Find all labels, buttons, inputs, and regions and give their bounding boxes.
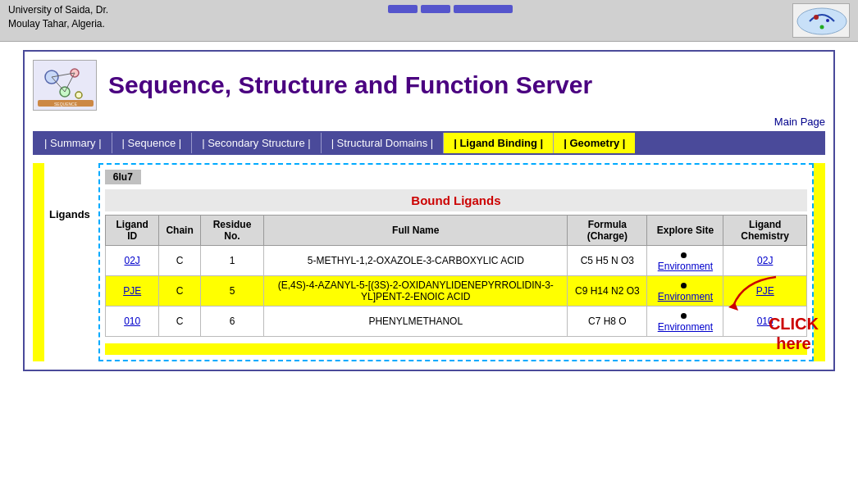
ligands-table: Ligand ID Chain Residue No. Full Name Fo… [105, 215, 807, 337]
svg-point-0 [797, 8, 847, 34]
col-header-explore: Explore Site [647, 216, 723, 246]
nav-tab-structural-domains[interactable]: | Structural Domains | [322, 133, 445, 153]
nav-tab-summary[interactable]: | Summary | [34, 133, 112, 153]
table-row: 02J C 1 5-METHYL-1,2-OXAZOLE-3-CARBOXYLI… [105, 246, 806, 276]
cell-fullname-010: PHENYLMETHANOL [264, 306, 568, 337]
svg-point-2 [826, 19, 829, 22]
cell-formula-02j: C5 H5 N O3 [568, 246, 647, 276]
svg-point-11 [75, 92, 82, 98]
header-section: SEQUENCE Sequence, Structure and Functio… [33, 60, 825, 111]
svg-point-1 [814, 15, 819, 20]
col-header-fullname: Full Name [264, 216, 568, 246]
cell-ligand-id-010: 010 [105, 306, 159, 337]
cell-formula-pje: C9 H14 N2 O3 [568, 276, 647, 306]
top-nav-btn-3[interactable] [454, 5, 513, 13]
svg-text:SEQUENCE: SEQUENCE [54, 102, 78, 107]
main-page-link[interactable]: Main Page [774, 116, 825, 128]
col-header-formula: Formula (Charge) [568, 216, 647, 246]
cell-ligand-id-02j: 02J [105, 246, 159, 276]
bound-ligands-title: Bound Ligands [105, 189, 807, 211]
col-header-chemistry: Ligand Chemistry [723, 216, 807, 246]
environment-link-pje[interactable]: Environment [658, 291, 713, 302]
chemistry-link-02j[interactable]: 02J [757, 255, 773, 266]
cell-residue-02j: 1 [200, 246, 263, 276]
bottom-yellow-bar [105, 343, 807, 355]
table-row-highlighted: PJE C 5 (E,4S)-4-AZANYL-5-[(3S)-2-OXIDAN… [105, 276, 806, 306]
cell-explore-010: Environment [647, 306, 723, 337]
col-header-residue: Residue No. [200, 216, 263, 246]
dot-pje [681, 283, 687, 288]
nav-tab-secondary-structure[interactable]: | Secondary Structure | [192, 133, 321, 153]
pdb-tag: 6lu7 [105, 170, 141, 184]
ligand-id-link-02j[interactable]: 02J [124, 255, 139, 266]
cell-explore-02j: Environment [647, 246, 723, 276]
cell-chain-010: C [159, 306, 200, 337]
table-section: 6lu7 Bound Ligands Ligand ID Chain Resid… [98, 163, 814, 361]
cell-fullname-pje: (E,4S)-4-AZANYL-5-[(3S)-2-OXIDANYLIDENEP… [264, 276, 568, 306]
ligands-side-label: Ligands [44, 163, 98, 220]
top-section: University of Saida, Dr.Moulay Tahar, Al… [0, 0, 858, 42]
main-page-link-row: Main Page [33, 116, 825, 128]
svg-point-3 [819, 25, 824, 30]
table-row: 010 C 6 PHENYLMETHANOL C7 H8 O Environme… [105, 306, 806, 337]
cell-chain-02j: C [159, 246, 200, 276]
top-left-text: University of Saida, Dr.Moulay Tahar, Al… [8, 3, 108, 31]
top-nav-btn-1[interactable] [388, 5, 418, 13]
content-area: Ligands 6lu7 Bound Ligands Ligand ID Cha… [33, 163, 825, 361]
cell-fullname-02j: 5-METHYL-1,2-OXAZOLE-3-CARBOXYLIC ACID [264, 246, 568, 276]
logo: SEQUENCE [33, 60, 97, 111]
ligand-id-link-pje[interactable]: PJE [123, 285, 141, 297]
site-title: Sequence, Structure and Function Server [108, 71, 592, 99]
click-here-annotation: CLICKhere [769, 314, 819, 353]
svg-marker-14 [728, 302, 738, 311]
top-nav-btn-2[interactable] [421, 5, 450, 13]
nav-bar: | Summary | | Sequence | | Secondary Str… [33, 131, 825, 155]
col-header-chain: Chain [159, 216, 200, 246]
environment-link-02j[interactable]: Environment [658, 261, 713, 272]
nav-tab-geometry[interactable]: | Geometry | [554, 133, 635, 153]
dot-010 [681, 313, 687, 319]
cell-residue-010: 6 [200, 306, 263, 337]
cell-ligand-id-pje: PJE [105, 276, 159, 306]
top-right-logo [792, 3, 850, 38]
col-header-ligand-id: Ligand ID [105, 216, 159, 246]
main-container: SEQUENCE Sequence, Structure and Functio… [23, 50, 835, 371]
cell-chain-pje: C [159, 276, 200, 306]
top-nav-buttons [388, 5, 513, 13]
cell-residue-pje: 5 [200, 276, 263, 306]
cell-chemistry-02j: 02J [723, 246, 807, 276]
ligand-id-link-010[interactable]: 010 [124, 316, 140, 327]
nav-tab-ligand-binding[interactable]: | Ligand Binding | [444, 133, 554, 153]
nav-tab-sequence[interactable]: | Sequence | [112, 133, 193, 153]
cell-formula-010: C7 H8 O [568, 306, 647, 337]
yellow-left-marker [33, 163, 44, 361]
environment-link-010[interactable]: Environment [658, 321, 713, 333]
dot-02j [681, 252, 687, 258]
cell-explore-pje: Environment [647, 276, 723, 306]
